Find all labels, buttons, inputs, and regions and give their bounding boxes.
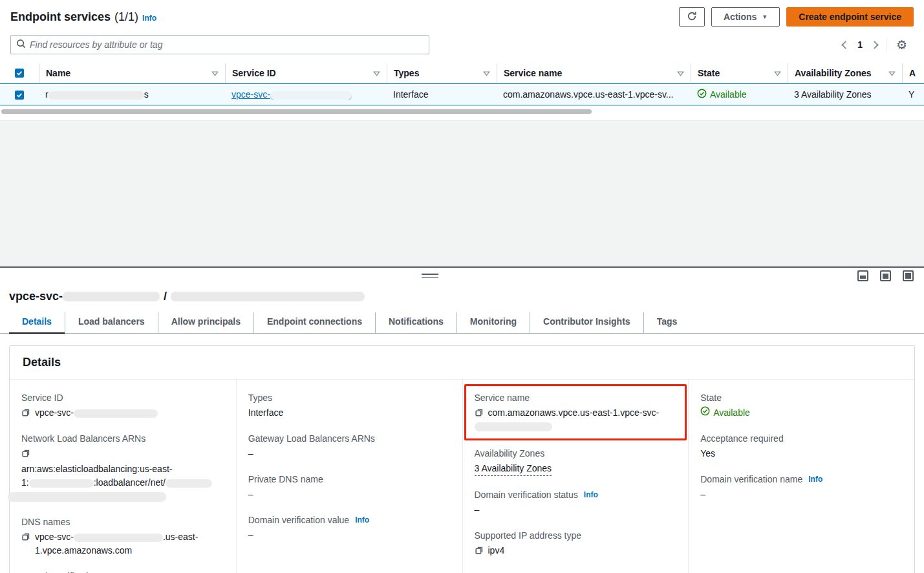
field-domain-verification-status: Domain verification status Info – bbox=[475, 490, 677, 517]
field-label: Service name bbox=[475, 393, 530, 403]
redacted-text bbox=[74, 409, 158, 418]
cell-state: Available bbox=[691, 89, 788, 100]
redacted-text bbox=[270, 91, 352, 100]
sort-icon[interactable] bbox=[483, 70, 490, 77]
field-label: Domain verification name bbox=[700, 474, 802, 484]
field-label: Gateway Load Balancers ARNs bbox=[248, 433, 375, 444]
details-card: Details Service ID vpce-svc- Network Loa… bbox=[9, 345, 915, 573]
status-text: Available bbox=[713, 406, 750, 420]
copy-icon[interactable] bbox=[21, 532, 30, 541]
field-service-id: Service ID vpce-svc- bbox=[21, 393, 224, 420]
tab-details[interactable]: Details bbox=[9, 312, 65, 333]
field-private-dns-name: Private DNS name – bbox=[248, 474, 451, 501]
cell-types: Interface bbox=[387, 89, 497, 100]
status-available-icon bbox=[697, 89, 707, 100]
column-header-name[interactable]: Name bbox=[39, 63, 225, 83]
copy-icon[interactable] bbox=[21, 407, 30, 417]
actions-button-label: Actions bbox=[724, 12, 757, 22]
scrollbar-thumb[interactable] bbox=[1, 109, 592, 114]
refresh-button[interactable] bbox=[679, 7, 705, 27]
field-label: Availability Zones bbox=[475, 448, 545, 459]
tab-tags[interactable]: Tags bbox=[644, 312, 691, 333]
page-number[interactable]: 1 bbox=[857, 39, 863, 50]
split-panel-size-large-icon[interactable] bbox=[903, 270, 914, 281]
create-button-label: Create endpoint service bbox=[799, 12, 901, 22]
split-panel: vpce-svc- / Details Load balancers Allow… bbox=[0, 266, 924, 573]
search-input[interactable] bbox=[30, 39, 424, 50]
tab-monitoring[interactable]: Monitoring bbox=[457, 312, 530, 333]
sort-icon[interactable] bbox=[677, 70, 684, 77]
refresh-icon bbox=[687, 11, 697, 23]
column-header-service-id[interactable]: Service ID bbox=[225, 63, 387, 83]
table-row[interactable]: rs vpce-svc- Interface com.amazonaws.vpc… bbox=[0, 83, 924, 105]
field-dns-names: DNS names vpce-svc-.us-east- 1.vpce.amaz… bbox=[21, 517, 224, 557]
field-state: State Available bbox=[700, 393, 903, 420]
copy-icon[interactable] bbox=[475, 407, 484, 417]
row-checkbox[interactable] bbox=[15, 91, 24, 100]
field-label: Domain verification status bbox=[475, 490, 578, 500]
tab-bar: Details Load balancers Allow principals … bbox=[0, 312, 924, 334]
split-panel-size-small-icon[interactable] bbox=[857, 270, 868, 281]
info-link[interactable]: Info bbox=[355, 515, 369, 524]
copy-icon[interactable] bbox=[21, 448, 30, 458]
cell-service-name: com.amazonaws.vpce.us-east-1.vpce-sv... bbox=[497, 89, 691, 100]
info-link[interactable]: Info bbox=[808, 475, 822, 484]
redacted-text bbox=[475, 422, 552, 431]
details-card-title: Details bbox=[10, 346, 914, 380]
tab-allow-principals[interactable]: Allow principals bbox=[158, 312, 254, 333]
availability-zones-popover[interactable]: 3 Availability Zones bbox=[475, 462, 552, 476]
search-box bbox=[10, 35, 429, 54]
field-availability-zones: Availability Zones 3 Availability Zones bbox=[475, 448, 677, 476]
field-nlb-arns: Network Load Balancers ARNs arn:aws:elas… bbox=[21, 433, 224, 503]
info-link[interactable]: Info bbox=[584, 490, 598, 499]
previous-page-icon[interactable] bbox=[841, 41, 850, 49]
divider bbox=[886, 38, 887, 52]
table-header: Name Service ID Types Service name State… bbox=[0, 63, 924, 83]
field-domain-verification-name: Domain verification name Info – bbox=[700, 474, 903, 501]
next-page-icon[interactable] bbox=[870, 41, 879, 49]
page-title-text: Endpoint services bbox=[10, 10, 111, 24]
horizontal-scrollbar[interactable] bbox=[1, 109, 918, 114]
tab-endpoint-connections[interactable]: Endpoint connections bbox=[254, 312, 376, 333]
field-label: Network Load Balancers ARNs bbox=[21, 433, 145, 444]
settings-gear-icon[interactable]: ⚙ bbox=[896, 39, 907, 51]
sort-icon[interactable] bbox=[373, 70, 380, 77]
create-endpoint-service-button[interactable]: Create endpoint service bbox=[786, 7, 914, 27]
sort-icon[interactable] bbox=[774, 70, 781, 77]
split-panel-title: vpce-svc- / bbox=[0, 268, 924, 303]
tab-contributor-insights[interactable]: Contributor Insights bbox=[530, 312, 644, 333]
endpoint-services-panel: Endpoint services (1/1) Info Actions ▼ C… bbox=[0, 0, 924, 121]
field-label: Types bbox=[248, 393, 272, 403]
page-title: Endpoint services (1/1) Info bbox=[10, 10, 156, 24]
field-service-name: Service name com.amazonaws.vpce.us-east-… bbox=[475, 393, 677, 433]
split-panel-size-medium-icon[interactable] bbox=[880, 270, 891, 281]
redacted-text bbox=[63, 292, 160, 301]
field-types: Types Interface bbox=[248, 393, 451, 420]
copy-icon[interactable] bbox=[475, 545, 484, 555]
redacted-text bbox=[171, 292, 365, 301]
tab-notifications[interactable]: Notifications bbox=[376, 312, 457, 333]
select-all-checkbox[interactable] bbox=[15, 69, 24, 78]
sort-icon[interactable] bbox=[211, 70, 219, 77]
sort-icon[interactable] bbox=[888, 70, 896, 77]
split-panel-drag-handle-icon[interactable] bbox=[422, 274, 438, 278]
availability-zones-popover[interactable]: 3 Availability Zones bbox=[794, 89, 872, 100]
redacted-text bbox=[8, 492, 166, 502]
column-header-service-name[interactable]: Service name bbox=[497, 63, 691, 83]
field-glb-arns: Gateway Load Balancers ARNs – bbox=[248, 433, 451, 460]
details-column-4: State Available Acceptance required Yes … bbox=[688, 380, 914, 573]
field-domain-verification-value: Domain verification value Info – bbox=[248, 515, 451, 542]
actions-button[interactable]: Actions ▼ bbox=[711, 7, 780, 27]
tab-load-balancers[interactable]: Load balancers bbox=[65, 312, 158, 333]
background bbox=[0, 121, 924, 266]
redacted-text bbox=[29, 479, 94, 488]
column-header-acceptance[interactable]: A bbox=[902, 63, 924, 83]
column-header-state[interactable]: State bbox=[691, 63, 788, 83]
column-header-availability-zones[interactable]: Availability Zones bbox=[788, 63, 902, 83]
column-header-types[interactable]: Types bbox=[387, 63, 497, 83]
service-id-link[interactable]: vpce-svc- bbox=[231, 89, 352, 100]
field-label: Private DNS name bbox=[248, 474, 323, 484]
field-label: Service ID bbox=[21, 393, 63, 403]
details-column-3: Service name com.amazonaws.vpce.us-east-… bbox=[462, 380, 689, 573]
info-link[interactable]: Info bbox=[142, 14, 156, 23]
